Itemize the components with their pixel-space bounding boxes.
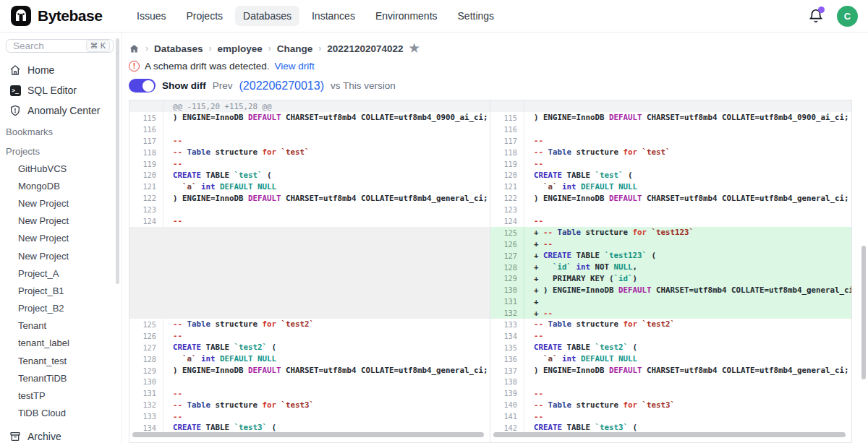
sidebar-project-item[interactable]: Project_A: [0, 264, 121, 282]
code-line: [129, 307, 490, 319]
line-number: 116: [129, 125, 163, 134]
line-number: 115: [490, 113, 524, 122]
topnav-item-databases[interactable]: Databases: [235, 6, 299, 26]
sidebar-project-item[interactable]: GitHubVCS: [0, 160, 121, 177]
sidebar-project-item[interactable]: TiDB Cloud: [0, 405, 121, 422]
sidebar-item-label: SQL Editor: [27, 85, 77, 96]
notification-dot: [818, 7, 825, 13]
code-line: --: [524, 215, 851, 227]
line-number: 118: [490, 148, 524, 157]
sidebar-project-item[interactable]: MongoDB: [0, 177, 121, 194]
code-line: -- Table structure for `test2`: [524, 319, 851, 330]
diff-code-row: 127+ CREATE TABLE `test123` (: [490, 250, 851, 262]
topnav-item-issues[interactable]: Issues: [129, 6, 174, 26]
sidebar-project-item[interactable]: TenantTiDB: [0, 369, 121, 387]
code-line: [524, 376, 851, 387]
line-number: 132: [490, 309, 524, 317]
diff-code-row: 126--: [129, 330, 490, 342]
archive-icon: [9, 431, 21, 442]
notification-bell-icon[interactable]: [808, 8, 824, 24]
code-line: + -- Table structure for `test123`: [524, 227, 851, 238]
sidebar-item-sql-editor[interactable]: >_ SQL Editor: [0, 80, 121, 100]
topnav-item-instances[interactable]: Instances: [304, 6, 363, 26]
sidebar-project-item[interactable]: New Project: [0, 194, 121, 212]
diff-code-row: 124--: [129, 215, 490, 227]
diff-code-row: 135CREATE TABLE `test2` (: [490, 342, 851, 353]
diff-code-row: 133--: [129, 410, 490, 422]
breadcrumb-item-change[interactable]: Change: [277, 43, 313, 54]
line-number: 120: [129, 171, 163, 179]
topnav-item-environments[interactable]: Environments: [367, 6, 446, 26]
bookmark-star-icon[interactable]: ★: [409, 43, 419, 54]
alert-text: A schema drift was detected.: [145, 61, 270, 72]
diff-code-row: 129) ENGINE=InnoDB DEFAULT CHARSET=utf8m…: [129, 365, 490, 377]
bytebase-logo[interactable]: Bytebase: [10, 5, 129, 27]
sidebar-section-bookmarks[interactable]: Bookmarks: [0, 121, 121, 140]
diff-code-row: 124--: [490, 215, 851, 227]
diff-filler-row: [129, 272, 490, 284]
topnav-item-projects[interactable]: Projects: [178, 6, 231, 26]
sidebar-section-projects[interactable]: Projects: [0, 140, 121, 160]
code-line: ) ENGINE=InnoDB DEFAULT CHARSET=utf8mb4 …: [163, 112, 490, 124]
sidebar-project-item[interactable]: Tenant: [0, 317, 121, 335]
sidebar-project-item[interactable]: Tenant_test: [0, 352, 121, 369]
code-line: --: [163, 135, 490, 147]
code-line: + --: [524, 307, 851, 319]
sidebar-project-item[interactable]: New Project: [0, 247, 121, 264]
show-diff-toggle[interactable]: [129, 79, 156, 93]
sidebar-project-item[interactable]: testTP: [0, 387, 121, 404]
line-number: 116: [490, 125, 524, 134]
line-number: 131: [490, 297, 524, 306]
line-number: 130: [129, 377, 163, 386]
code-line: ) ENGINE=InnoDB DEFAULT CHARSET=utf8mb4 …: [163, 365, 490, 377]
line-number: 129: [490, 274, 524, 283]
diff-code-row: 127CREATE TABLE `test2` (: [129, 342, 490, 353]
sidebar: Search ⌘ K Home >_ SQL Editor: [0, 33, 122, 443]
code-line: --: [163, 387, 490, 399]
breadcrumb: › Databases › employee › Change › 202212…: [129, 43, 852, 54]
diff-code-row: 132+ --: [490, 307, 851, 319]
line-number: 127: [129, 343, 163, 352]
search-input[interactable]: Search ⌘ K: [6, 39, 114, 53]
code-line: CREATE TABLE `test` (: [524, 169, 851, 181]
prev-version-link[interactable]: (202206270013): [239, 79, 324, 93]
code-line: [129, 272, 490, 284]
code-line: `a` int DEFAULT NULL: [524, 181, 851, 192]
line-number: 126: [490, 240, 524, 249]
sidebar-project-item[interactable]: Project_B1: [0, 282, 121, 299]
sidebar-item-home[interactable]: Home: [0, 60, 121, 80]
horizontal-scrollbar-left[interactable]: [132, 432, 484, 437]
sidebar-item-archive[interactable]: Archive: [0, 426, 121, 443]
user-avatar[interactable]: C: [837, 6, 858, 27]
code-line: -- Table structure for `test2`: [163, 319, 490, 330]
sidebar-item-anomaly-center[interactable]: Anomaly Center: [0, 100, 121, 121]
sidebar-project-item[interactable]: New Project: [0, 212, 121, 230]
breadcrumb-item-version[interactable]: 20221202074022: [327, 43, 403, 54]
diff-code-row: 140-- Table structure for `test3`: [490, 399, 851, 410]
diff-code-row: 115) ENGINE=InnoDB DEFAULT CHARSET=utf8m…: [490, 112, 851, 124]
topnav-item-settings[interactable]: Settings: [450, 6, 503, 26]
code-line: `a` int DEFAULT NULL: [163, 353, 490, 365]
line-number: 139: [490, 389, 524, 397]
code-line: [129, 296, 490, 307]
line-number: 120: [490, 171, 524, 179]
diff-toolbar: Show diff Prev (202206270013) vs This ve…: [129, 79, 852, 93]
vs-label: vs This version: [331, 80, 396, 91]
sidebar-item-label: Anomaly Center: [27, 105, 100, 116]
breadcrumb-home-icon[interactable]: [129, 43, 140, 54]
code-line: +: [524, 296, 851, 307]
sidebar-project-item[interactable]: tenant_label: [0, 335, 121, 352]
breadcrumb-item-employee[interactable]: employee: [218, 43, 263, 54]
search-kbd-shortcut: ⌘ K: [86, 40, 110, 52]
sidebar-project-item[interactable]: New Project: [0, 230, 121, 247]
sidebar-project-item[interactable]: Project_B2: [0, 300, 121, 317]
view-drift-link[interactable]: View drift: [275, 61, 315, 72]
line-number: 128: [129, 355, 163, 364]
horizontal-scrollbar-right[interactable]: [493, 432, 846, 437]
breadcrumb-item-databases[interactable]: Databases: [154, 43, 203, 54]
line-number: 122: [490, 194, 524, 202]
vertical-scrollbar[interactable]: [861, 246, 866, 379]
code-line: CREATE TABLE `test2` (: [524, 342, 851, 353]
sidebar-scrollbar[interactable]: [116, 38, 119, 284]
line-number: 138: [490, 377, 524, 386]
